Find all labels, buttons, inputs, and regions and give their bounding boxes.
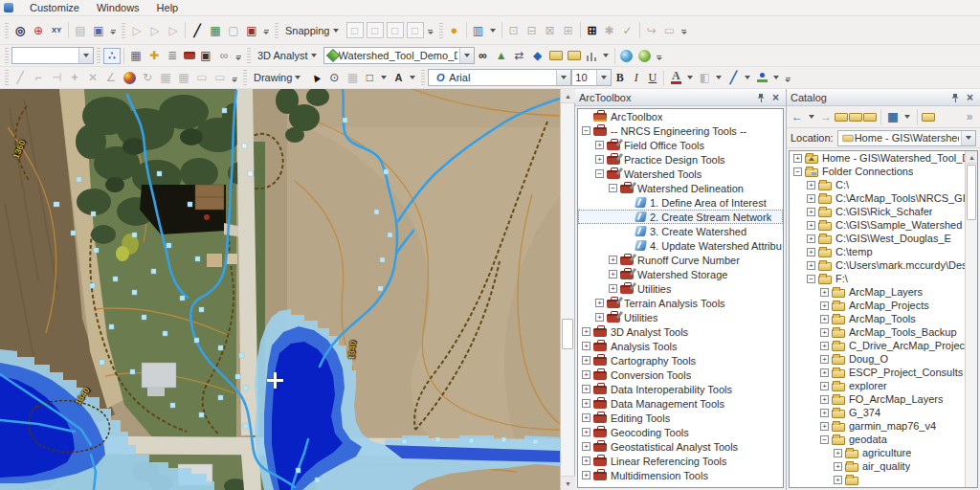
tree-item[interactable]: +air_quality [790, 459, 977, 473]
expand-toggle[interactable]: + [820, 395, 829, 404]
tree-item[interactable]: +C:\ [790, 178, 977, 191]
editor-arrow-icon[interactable] [128, 22, 145, 38]
toolbar-overflow[interactable] [681, 30, 687, 34]
editor-endpoint-icon[interactable] [165, 22, 182, 38]
expand-toggle[interactable]: − [820, 435, 829, 444]
expand-toggle[interactable]: + [609, 284, 617, 293]
expand-toggle[interactable]: + [834, 462, 842, 471]
expand-toggle[interactable]: + [807, 208, 815, 216]
corner-tool-icon[interactable] [30, 70, 47, 86]
menu-windows[interactable]: Windows [88, 1, 148, 14]
layer-stack-icon[interactable] [164, 48, 181, 64]
expand-toggle[interactable]: + [609, 270, 617, 278]
globe-green-icon[interactable] [636, 48, 654, 64]
viewer-window-icon[interactable] [90, 22, 107, 38]
share-link-icon[interactable] [643, 22, 660, 38]
terrain-green-icon[interactable] [493, 48, 510, 64]
shape-rect-icon[interactable] [361, 70, 378, 86]
grid-dim-icon[interactable] [344, 70, 361, 86]
scrollbar-thumb[interactable] [967, 165, 976, 220]
expand-toggle[interactable]: + [820, 301, 829, 310]
tree-item[interactable]: −F:\ [790, 272, 977, 285]
selectable-layers-icon[interactable] [470, 22, 487, 38]
save-globe-icon[interactable] [446, 22, 463, 38]
clipboard-icon[interactable] [72, 22, 89, 38]
tree-item[interactable]: +FO_ArcMap_Layers [790, 392, 977, 406]
globe-blue-icon[interactable] [618, 48, 635, 64]
tree-item[interactable]: +Geostatistical Analyst Tools [578, 439, 783, 454]
scrollbar-thumb[interactable] [562, 319, 573, 349]
toolbar-overflow[interactable] [263, 30, 269, 34]
expand-toggle[interactable]: + [582, 399, 590, 408]
snapbtn-point-icon[interactable] [346, 22, 364, 38]
tree-item[interactable]: +C:\ArcMap_Tools\NRCS_GIS_EN [790, 191, 977, 205]
italic-button[interactable]: I [628, 70, 644, 86]
scale-combo[interactable] [11, 47, 94, 64]
expand-toggle[interactable]: + [807, 261, 815, 270]
forward-icon[interactable]: → [818, 110, 834, 123]
tree-item[interactable]: ArcToolbox [578, 109, 783, 123]
grid-b-icon[interactable] [175, 70, 192, 86]
marker-color-button[interactable] [753, 70, 770, 86]
expand-toggle[interactable]: + [834, 476, 842, 484]
close-icon[interactable] [964, 91, 976, 103]
home-folder-icon[interactable] [849, 113, 862, 122]
tree-item[interactable]: +C:\GIS\West_Douglas_E [790, 232, 977, 245]
toolbar-overflow[interactable] [428, 30, 434, 34]
expand-toggle[interactable]: − [807, 275, 815, 283]
tree-item[interactable]: +Analysis Tools [578, 339, 783, 353]
expand-toggle[interactable]: + [595, 299, 604, 307]
tree-item[interactable]: +Data Interoperability Tools [578, 382, 783, 396]
close-icon[interactable] [769, 91, 782, 103]
toolbar-overflow[interactable] [785, 78, 791, 82]
swap-arrows-icon[interactable] [511, 48, 528, 64]
expand-toggle[interactable]: + [820, 422, 829, 431]
validate-check-icon[interactable] [619, 22, 636, 38]
tree-item[interactable]: 4. Update Watershed Attribu [578, 238, 783, 253]
refresh-folder-icon[interactable] [863, 113, 877, 122]
edit-line-icon[interactable] [11, 70, 29, 86]
link-chain-icon[interactable] [215, 48, 233, 64]
scroll-up-icon[interactable]: ▲ [561, 89, 575, 103]
expand-toggle[interactable]: + [582, 413, 590, 422]
buffer-tool-icon[interactable] [560, 22, 577, 38]
tree-item[interactable]: +C_Drive_ArcMap_Projects [790, 339, 977, 352]
expand-toggle[interactable]: + [820, 409, 829, 417]
expand-toggle[interactable]: − [609, 184, 617, 192]
tree-item[interactable]: +Field Office Tools [578, 138, 783, 152]
toolbar-overflow[interactable] [657, 56, 662, 60]
topology-edit-icon[interactable] [207, 22, 224, 38]
expand-toggle[interactable]: + [793, 154, 802, 163]
fill-color-button[interactable] [696, 70, 713, 86]
toolbar-overflow[interactable] [110, 30, 116, 34]
tree-item[interactable]: −geodata [790, 433, 977, 446]
tree-item[interactable]: +ArcMap_Tools [790, 312, 977, 325]
analyst-menu[interactable]: 3D Analyst [254, 48, 323, 63]
tree-item[interactable]: 2. Create Stream Network [578, 210, 783, 224]
expand-toggle[interactable]: + [820, 342, 829, 350]
snapping-menu[interactable]: Snapping [281, 23, 345, 38]
grid-a-icon[interactable] [157, 70, 174, 86]
tree-item[interactable]: +agriculture [790, 446, 977, 459]
image-window-icon[interactable] [243, 22, 260, 38]
bold-button[interactable]: B [612, 70, 628, 86]
find-icon[interactable] [11, 22, 29, 38]
tree-item[interactable]: −Watershed Tools [578, 167, 783, 181]
expand-toggle[interactable]: + [820, 315, 829, 323]
expand-toggle[interactable]: + [820, 368, 829, 377]
expand-toggle[interactable]: + [595, 313, 604, 322]
text-a-icon[interactable] [390, 70, 407, 86]
toolbar-overflow[interactable] [235, 56, 241, 60]
expand-toggle[interactable]: − [793, 167, 802, 176]
tree-item[interactable]: +Editing Tools [578, 411, 783, 425]
tree-item[interactable]: 1. Define Area of Interest [578, 195, 783, 210]
tree-item[interactable]: +Home - GIS\Watershed_Tool_Dem [790, 151, 977, 165]
tree-item[interactable]: +3D Analyst Tools [578, 324, 783, 339]
up-one-level-icon[interactable] [835, 113, 848, 122]
expand-toggle[interactable]: + [834, 449, 842, 457]
tree-item[interactable]: +garmin_map76_v4 [790, 419, 977, 433]
expand-toggle[interactable]: + [807, 221, 815, 230]
tree-item[interactable]: +C:\Users\mark.mccurdy\Deskto [790, 258, 977, 272]
expand-toggle[interactable]: + [609, 256, 617, 264]
pin-icon[interactable] [755, 91, 768, 103]
